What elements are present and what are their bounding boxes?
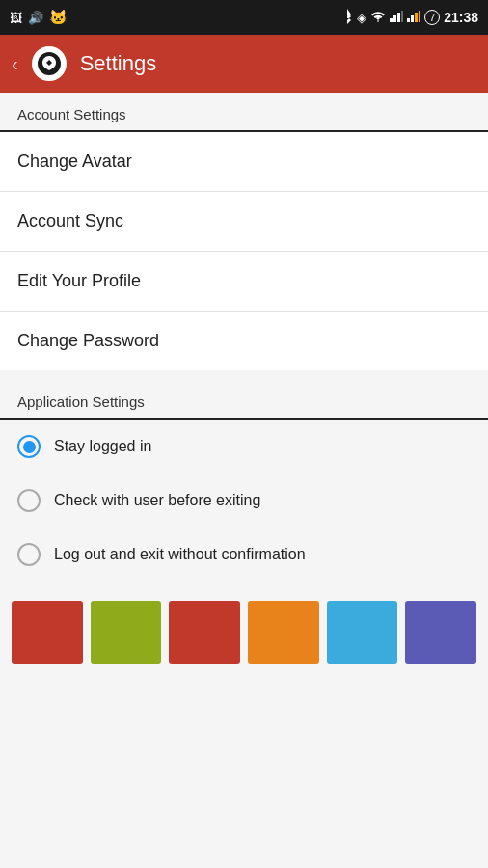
toolbar-title: Settings: [80, 51, 157, 76]
stay-logged-in-radio[interactable]: [17, 435, 41, 458]
svg-rect-1: [393, 15, 396, 22]
account-sync-item[interactable]: Account Sync: [0, 192, 488, 252]
circle-badge-icon: 7: [424, 10, 440, 25]
app-logo: [32, 46, 67, 81]
radio-selected-dot: [23, 441, 36, 453]
svg-rect-4: [407, 18, 410, 22]
change-avatar-item[interactable]: Change Avatar: [0, 132, 488, 192]
edit-profile-item[interactable]: Edit Your Profile: [0, 252, 488, 312]
diamond-icon: ◈: [357, 11, 366, 25]
color-swatch-purple[interactable]: [405, 601, 476, 664]
status-bar: 🖼 🔊 🐱 ◈ 7 21:38: [0, 0, 488, 35]
account-settings-group: Account Settings Change Avatar Account S…: [0, 93, 488, 370]
signal-icon: [390, 11, 403, 25]
logout-without-confirm-option[interactable]: Log out and exit without confirmation: [0, 528, 488, 582]
logout-without-confirm-radio[interactable]: [17, 543, 41, 566]
back-button[interactable]: ‹: [12, 53, 18, 75]
color-swatches-container: [0, 591, 488, 673]
svg-rect-2: [397, 13, 400, 22]
color-swatch-light-blue[interactable]: [327, 601, 398, 664]
check-before-exit-option[interactable]: Check with user before exiting: [0, 474, 488, 528]
status-icons-left: 🖼 🔊 🐱: [10, 9, 68, 26]
color-swatch-olive[interactable]: [91, 601, 162, 664]
svg-rect-5: [411, 15, 414, 22]
volume-icon: 🔊: [28, 11, 43, 25]
change-password-item[interactable]: Change Password: [0, 312, 488, 370]
settings-content: Account Settings Change Avatar Account S…: [0, 93, 488, 868]
image-icon: 🖼: [10, 11, 22, 25]
status-icons-right: ◈ 7 21:38: [341, 9, 478, 27]
svg-rect-6: [415, 13, 418, 22]
svg-rect-0: [390, 18, 393, 22]
color-swatch-red[interactable]: [12, 601, 83, 664]
bluetooth-icon: [341, 9, 353, 27]
svg-rect-3: [401, 11, 403, 22]
check-before-exit-label: Check with user before exiting: [54, 492, 260, 509]
logout-without-confirm-label: Log out and exit without confirmation: [54, 546, 306, 563]
toolbar: ‹ Settings: [0, 35, 488, 93]
svg-rect-7: [419, 11, 420, 22]
cat-icon: 🐱: [49, 9, 68, 26]
wifi-icon: [370, 11, 386, 25]
stay-logged-in-label: Stay logged in: [54, 438, 151, 455]
signal2-icon: [407, 11, 420, 25]
color-swatch-orange[interactable]: [248, 601, 319, 664]
check-before-exit-radio[interactable]: [17, 489, 41, 512]
account-settings-header: Account Settings: [0, 93, 488, 132]
color-swatch-dark-red[interactable]: [169, 601, 240, 664]
stay-logged-in-option[interactable]: Stay logged in: [0, 420, 488, 474]
status-time: 21:38: [444, 10, 478, 25]
application-settings-header: Application Settings: [0, 380, 488, 420]
